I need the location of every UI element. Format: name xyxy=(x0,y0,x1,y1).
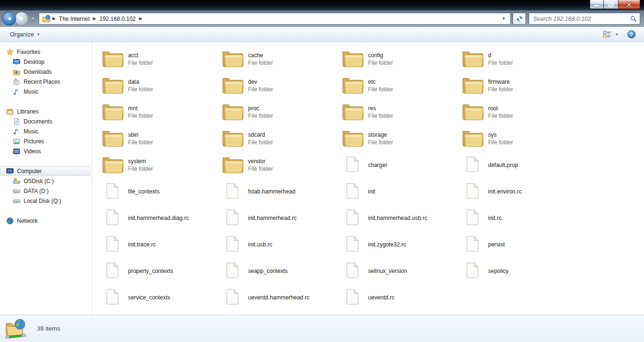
main-area: Favorites Desktop Downloads Recent Place… xyxy=(0,42,644,315)
tile-icon-box xyxy=(461,74,484,97)
file-subtitle: File folder xyxy=(488,112,513,120)
file-tile[interactable]: default.prop xyxy=(461,152,579,178)
sidebar-item-documents[interactable]: Documents xyxy=(0,116,92,126)
file-tile[interactable]: init xyxy=(341,178,459,205)
sidebar-item-downloads[interactable]: Downloads xyxy=(0,67,92,77)
file-name: sys xyxy=(488,131,513,139)
refresh-button[interactable] xyxy=(513,13,526,25)
search-input[interactable] xyxy=(532,15,630,23)
tile-text: init.environ.rc xyxy=(488,188,522,195)
forward-button[interactable] xyxy=(15,12,28,26)
file-name: fstab.hammerhead xyxy=(248,188,295,195)
breadcrumb-the-internet[interactable]: The Internet xyxy=(56,16,93,22)
file-icon xyxy=(466,209,479,228)
maximize-button[interactable] xyxy=(604,0,618,9)
folder-tile[interactable]: mnt File folder xyxy=(101,99,219,125)
file-name: init.trace.rc xyxy=(128,241,156,248)
file-tile[interactable]: init.environ.rc xyxy=(461,178,579,205)
help-button[interactable]: ? xyxy=(627,30,635,38)
tile-icon-box xyxy=(461,260,484,282)
folder-tile[interactable]: dev File folder xyxy=(221,72,339,99)
tile-text: selinux_version xyxy=(368,267,407,275)
file-tile[interactable]: init.trace.rc xyxy=(101,231,219,258)
tile-text: persist xyxy=(488,241,505,248)
breadcrumb-host[interactable]: 192.168.0.102 xyxy=(96,16,139,22)
file-tile[interactable]: init.hammerhead.diag.rc xyxy=(101,205,219,231)
folder-tile[interactable]: root File folder xyxy=(461,99,579,125)
folder-tile[interactable]: vendor File folder xyxy=(221,152,339,178)
folder-icon xyxy=(102,76,123,96)
file-tile[interactable]: seapp_contexts xyxy=(221,258,339,284)
file-list: acct File folder xyxy=(92,42,644,315)
sidebar-section-favorites[interactable]: Favorites xyxy=(0,47,92,57)
maximize-icon xyxy=(608,2,614,7)
file-icon xyxy=(226,235,239,254)
search-icon[interactable] xyxy=(630,15,637,22)
tile-text: data File folder xyxy=(128,78,153,93)
file-tile[interactable]: file_contexts xyxy=(101,178,219,205)
sidebar-item-desktop[interactable]: Desktop xyxy=(0,57,92,67)
file-tile[interactable]: init.rc xyxy=(461,205,579,231)
folder-tile[interactable]: system File folder xyxy=(101,152,219,178)
folder-tile[interactable]: etc File folder xyxy=(341,72,459,99)
tile-icon-box xyxy=(101,154,124,176)
sidebar-section-computer[interactable]: Computer xyxy=(0,166,90,176)
change-view-button[interactable]: ▼ xyxy=(601,30,620,39)
file-tile[interactable]: init.zygote32.rc xyxy=(341,231,459,258)
folder-tile[interactable]: cache File folder xyxy=(221,46,339,72)
folder-tile[interactable]: acct File folder xyxy=(101,46,219,72)
close-button[interactable] xyxy=(618,0,640,9)
tile-icon-box xyxy=(461,101,484,123)
picture-icon xyxy=(13,138,20,145)
sidebar-item-label: Pictures xyxy=(24,138,44,145)
tile-icon-box xyxy=(221,74,244,97)
file-tile[interactable]: init.hammerhead.usb.rc xyxy=(341,205,459,231)
music-note-icon xyxy=(13,128,20,135)
address-dropdown[interactable]: ▼ xyxy=(499,17,508,21)
folder-tile[interactable]: sbin File folder xyxy=(101,125,219,152)
file-tile[interactable]: persist xyxy=(461,231,579,258)
sidebar-item-videos[interactable]: Videos xyxy=(0,146,92,156)
sidebar-section-network[interactable]: Network xyxy=(0,216,92,226)
file-tile[interactable]: fstab.hammerhead xyxy=(221,178,339,205)
file-tile[interactable]: ueventd.hammerhead.rc xyxy=(221,284,339,311)
back-button[interactable] xyxy=(2,12,16,26)
file-tile[interactable]: selinux_version xyxy=(341,258,459,284)
folder-tile[interactable]: sdcard File folder xyxy=(221,125,339,152)
desktop-icon xyxy=(13,58,20,66)
folder-tile[interactable]: d File folder xyxy=(461,46,579,72)
address-bar[interactable]: ▶ The Internet ▶ 192.168.0.102 ▶ ▼ xyxy=(39,13,511,25)
sidebar-item-local-disk-q[interactable]: Local Disk (Q:) xyxy=(0,196,92,206)
sidebar-section-libraries[interactable]: Libraries xyxy=(0,106,92,116)
chevron-right-icon: ▶ xyxy=(139,17,142,21)
folder-tile[interactable]: proc File folder xyxy=(221,99,339,125)
folder-tile[interactable]: config File folder xyxy=(341,46,459,72)
sidebar-item-osdisk-c[interactable]: OSDisk (C:) xyxy=(0,176,92,186)
file-tile[interactable]: service_contexts xyxy=(101,284,219,311)
folder-tile[interactable]: res File folder xyxy=(341,99,459,125)
file-tile[interactable]: init.usb.rc xyxy=(221,231,339,258)
tile-text: sys File folder xyxy=(488,131,513,146)
file-tile[interactable]: ueventd.rc xyxy=(341,284,459,311)
folder-tile[interactable]: storage File folder xyxy=(341,125,459,152)
tile-icon-box xyxy=(221,154,244,176)
sidebar-item-pictures[interactable]: Pictures xyxy=(0,136,92,146)
sidebar-item-label: Downloads xyxy=(24,69,52,75)
sidebar-item-music-favorite[interactable]: Music xyxy=(0,87,92,96)
recent-pages-dropdown[interactable]: ▼ xyxy=(28,17,37,21)
folder-tile[interactable]: data File folder xyxy=(101,72,219,99)
sidebar-item-music-library[interactable]: Music xyxy=(0,126,92,136)
folder-tile[interactable]: sys File folder xyxy=(461,125,579,152)
file-tile[interactable]: init.hammerhead.rc xyxy=(221,205,339,231)
chevron-right-icon: ▶ xyxy=(52,17,56,21)
file-tile[interactable]: property_contexts xyxy=(101,258,219,284)
organize-button[interactable]: Organize ▼ xyxy=(6,30,44,39)
folder-tile[interactable]: firmware File folder xyxy=(461,72,579,99)
sidebar-item-recent-places[interactable]: Recent Places xyxy=(0,77,92,87)
file-subtitle: File folder xyxy=(368,59,393,67)
file-icon xyxy=(106,288,119,307)
file-tile[interactable]: charger xyxy=(341,152,459,178)
file-tile[interactable]: sepolicy xyxy=(461,258,579,284)
minimize-button[interactable] xyxy=(590,0,604,9)
sidebar-item-data-d[interactable]: DATA (D:) xyxy=(0,186,92,196)
